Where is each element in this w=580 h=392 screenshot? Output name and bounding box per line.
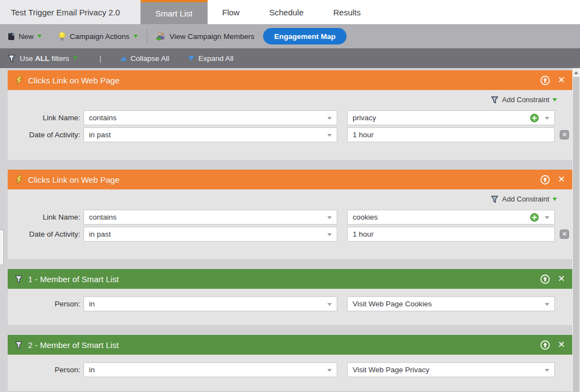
notebook-icon xyxy=(8,32,15,41)
close-icon[interactable]: ✕ xyxy=(558,340,565,349)
smart-list-select[interactable]: Visit Web Page Cookies xyxy=(347,296,555,311)
field-label: Person: xyxy=(8,300,80,308)
field-label: Date of Activity: xyxy=(8,131,80,139)
filter-card-header[interactable]: 1 - Member of Smart List ✕ xyxy=(8,269,572,289)
tab-results[interactable]: Results xyxy=(319,0,376,24)
chevron-down-icon xyxy=(37,35,42,38)
operator-value: contains xyxy=(89,213,116,221)
dropdown-arrow-icon xyxy=(545,369,549,372)
lightbulb-icon xyxy=(58,32,66,41)
funnel-small-icon xyxy=(491,96,499,104)
new-label: New xyxy=(19,32,34,41)
triangle-up-icon xyxy=(574,71,578,74)
add-constraint-button[interactable]: Add Constraint xyxy=(8,189,572,208)
smart-list-canvas: Clicks Link on Web Page ✕ Add Cons xyxy=(0,68,580,392)
card-title: 2 - Member of Smart List xyxy=(28,340,540,350)
new-button[interactable]: New xyxy=(8,32,42,41)
dropdown-arrow-icon xyxy=(327,216,332,219)
trigger-card-body: Add Constraint Link Name: contains priva… xyxy=(8,90,572,160)
filter-card-member-smart-list-2: 2 - Member of Smart List ✕ Person: in xyxy=(8,335,572,391)
operator-select[interactable]: in past xyxy=(83,127,337,142)
move-up-icon[interactable] xyxy=(540,76,550,85)
move-up-icon[interactable] xyxy=(540,340,550,350)
person-row: Person: in Visit Web Page Cookies xyxy=(8,296,572,311)
use-all-filters-button[interactable]: Use ALL filters xyxy=(8,54,77,63)
card-title: 1 - Member of Smart List xyxy=(28,275,540,284)
operator-value: in past xyxy=(89,230,111,238)
picker-value: cookies xyxy=(353,213,378,221)
trigger-card-clicks-link-2: Clicks Link on Web Page ✕ Add Cons xyxy=(8,170,572,259)
operator-value: in xyxy=(89,366,95,374)
remove-constraint-icon[interactable]: ✕ xyxy=(560,229,569,239)
chevron-down-icon xyxy=(553,98,557,102)
action-toolbar: New Campaign Actions View Campaign Membe… xyxy=(0,24,580,48)
operator-select[interactable]: in xyxy=(83,362,337,377)
add-value-icon[interactable] xyxy=(530,213,539,222)
trigger-card-header[interactable]: Clicks Link on Web Page ✕ xyxy=(8,170,572,189)
triangle-down-icon xyxy=(188,56,194,61)
tab-smart-list[interactable]: Smart List xyxy=(141,0,208,24)
people-icon xyxy=(156,32,166,41)
dropdown-arrow-icon xyxy=(545,216,549,219)
field-label: Person: xyxy=(8,366,80,374)
filter-card-body: Person: in Visit Web Page Privacy xyxy=(8,355,572,391)
trigger-card-header[interactable]: Clicks Link on Web Page ✕ xyxy=(8,70,572,90)
move-up-icon[interactable] xyxy=(540,275,550,284)
value-input[interactable]: 1 hour xyxy=(347,127,555,142)
dropdown-arrow-icon xyxy=(545,117,549,120)
scrollbar-thumb[interactable] xyxy=(573,77,579,392)
operator-select[interactable]: in xyxy=(83,296,337,311)
remove-constraint-icon[interactable]: ✕ xyxy=(560,130,569,139)
card-title: Clicks Link on Web Page xyxy=(28,76,540,85)
operator-value: in past xyxy=(89,131,111,139)
expand-all-button[interactable]: Expand All xyxy=(188,54,233,63)
value-picker[interactable]: privacy xyxy=(347,110,555,125)
picker-value: privacy xyxy=(353,114,376,122)
operator-value: in xyxy=(89,300,95,308)
use-filters-mode: ALL xyxy=(35,54,49,63)
engagement-map-button[interactable]: Engagement Map xyxy=(263,28,347,44)
add-value-icon[interactable] xyxy=(530,114,539,122)
move-up-icon[interactable] xyxy=(540,175,550,184)
operator-select[interactable]: in past xyxy=(83,227,337,242)
select-value: Visit Web Page Cookies xyxy=(353,300,432,308)
operator-select[interactable]: contains xyxy=(83,110,337,125)
filterbar-separator: | xyxy=(99,54,102,63)
funnel-icon xyxy=(15,341,23,349)
date-of-activity-row: Date of Activity: in past 1 hour ✕ xyxy=(8,227,572,242)
campaign-actions-button[interactable]: Campaign Actions xyxy=(58,32,138,41)
close-icon[interactable]: ✕ xyxy=(558,275,565,283)
field-label: Date of Activity: xyxy=(8,230,80,238)
funnel-icon xyxy=(8,54,16,63)
dropdown-arrow-icon xyxy=(327,303,332,306)
close-icon[interactable]: ✕ xyxy=(558,76,565,85)
date-of-activity-row: Date of Activity: in past 1 hour ✕ xyxy=(8,127,572,142)
tab-flow[interactable]: Flow xyxy=(208,0,255,24)
campaign-actions-label: Campaign Actions xyxy=(70,32,130,41)
smart-list-select[interactable]: Visit Web Page Privacy xyxy=(347,362,555,377)
collapse-all-label: Collapse All xyxy=(131,54,170,63)
filter-card-header[interactable]: 2 - Member of Smart List ✕ xyxy=(8,335,572,355)
link-name-row: Link Name: contains privacy xyxy=(8,110,572,125)
trigger-bolt-icon xyxy=(15,175,23,184)
add-constraint-label: Add Constraint xyxy=(502,195,549,203)
chevron-down-icon xyxy=(133,35,138,38)
input-value: 1 hour xyxy=(353,230,373,238)
tab-schedule[interactable]: Schedule xyxy=(254,0,319,24)
collapse-all-button[interactable]: Collapse All xyxy=(120,54,170,63)
trigger-card-body: Add Constraint Link Name: contains cooki… xyxy=(8,189,572,259)
scrollbar-up-button[interactable] xyxy=(572,68,580,77)
dropdown-arrow-icon xyxy=(327,134,332,137)
view-campaign-members-button[interactable]: View Campaign Members xyxy=(156,32,254,41)
person-row: Person: in Visit Web Page Privacy xyxy=(8,362,572,377)
vertical-scrollbar[interactable] xyxy=(572,68,580,392)
collapsed-panel-edge xyxy=(0,229,4,265)
close-icon[interactable]: ✕ xyxy=(558,175,565,184)
dropdown-arrow-icon xyxy=(327,117,332,120)
filter-card-member-smart-list-1: 1 - Member of Smart List ✕ Person: in xyxy=(8,269,572,325)
add-constraint-button[interactable]: Add Constraint xyxy=(8,90,572,108)
value-picker[interactable]: cookies xyxy=(347,210,555,225)
tab-campaign-name[interactable]: Test Trigger Email Privacy 2.0 xyxy=(0,0,141,24)
operator-select[interactable]: contains xyxy=(83,210,337,225)
value-input[interactable]: 1 hour xyxy=(347,227,555,242)
